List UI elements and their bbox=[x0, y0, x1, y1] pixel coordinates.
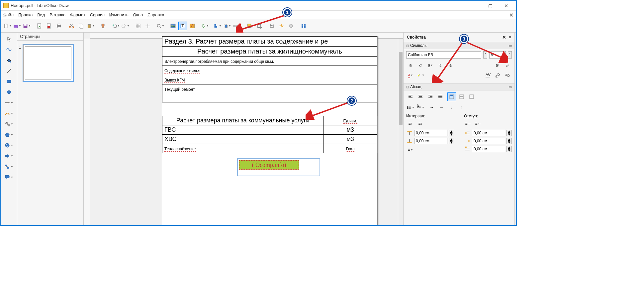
menu-format[interactable]: Формат bbox=[70, 12, 85, 17]
ltr-button[interactable]: → bbox=[427, 103, 436, 112]
spacing-above-spin[interactable]: ▲▼ bbox=[449, 130, 454, 136]
fill-color-tool[interactable] bbox=[4, 56, 14, 65]
line-tool[interactable] bbox=[4, 67, 14, 75]
insert-textbox-button[interactable]: T bbox=[178, 22, 187, 30]
arrow-tool[interactable]: ▼ bbox=[4, 98, 14, 107]
line-color-tool[interactable] bbox=[4, 45, 14, 54]
indent-first-input[interactable] bbox=[472, 146, 505, 152]
helplines-button[interactable] bbox=[143, 22, 152, 30]
rectangle-tool[interactable] bbox=[4, 77, 14, 86]
canvas-area[interactable]: Раздел 3. Расчет размера платы за содерж… bbox=[84, 33, 403, 225]
3d-button[interactable] bbox=[299, 22, 308, 30]
valign-bottom-button[interactable] bbox=[467, 92, 476, 101]
indent-right-input[interactable] bbox=[472, 138, 505, 144]
clone-format-button[interactable] bbox=[99, 22, 108, 30]
menu-file[interactable]: Файл bbox=[3, 12, 14, 17]
align-left-button[interactable]: ▼ bbox=[213, 22, 222, 30]
select-tool[interactable] bbox=[4, 35, 14, 43]
dec-spacing-icon[interactable]: ≡↓ bbox=[416, 120, 425, 128]
section-collapse-icon[interactable]: ▭ bbox=[508, 44, 512, 48]
indent-left-spin[interactable]: ▲▼ bbox=[506, 130, 512, 136]
bold-button[interactable]: a bbox=[406, 61, 415, 69]
menu-help[interactable]: Справка bbox=[147, 12, 164, 17]
inserted-textbox[interactable]: ( Ocomp.info) bbox=[237, 158, 320, 176]
textbox-content[interactable]: ( Ocomp.info) bbox=[239, 160, 299, 170]
dec-indent-icon[interactable]: ≡← bbox=[474, 120, 483, 128]
close-button[interactable]: ✕ bbox=[499, 2, 513, 10]
indent-first-spin[interactable]: ▲▼ bbox=[506, 146, 512, 152]
font-size-dropdown[interactable]: ˅ bbox=[508, 51, 512, 59]
ttb-button[interactable]: ↓ bbox=[447, 103, 456, 112]
font-color-button[interactable]: a▼ bbox=[406, 71, 415, 79]
copy-button[interactable] bbox=[77, 22, 85, 30]
bullets-button[interactable]: ▼ bbox=[406, 103, 415, 112]
extrusion-button[interactable] bbox=[287, 22, 295, 30]
align-center-para[interactable] bbox=[416, 92, 425, 101]
fontwork-button[interactable]: A bbox=[188, 22, 197, 30]
arrange-button[interactable]: ▼ bbox=[223, 22, 231, 30]
properties-tab-icon[interactable] bbox=[515, 34, 516, 43]
save-button[interactable]: ▼ bbox=[23, 22, 31, 30]
rtl-button[interactable]: ← bbox=[437, 103, 446, 112]
zoom-button[interactable]: ▼ bbox=[156, 22, 165, 30]
print-button[interactable] bbox=[54, 22, 63, 30]
svg-point-54 bbox=[6, 144, 7, 145]
panel-close-icon[interactable]: ✕ bbox=[502, 35, 506, 40]
connector-tool[interactable]: ▼ bbox=[4, 120, 14, 128]
maximize-button[interactable]: ▢ bbox=[483, 2, 498, 10]
indent-right-spin[interactable]: ▲▼ bbox=[506, 138, 512, 144]
panel-menu-icon[interactable]: ≡ bbox=[509, 35, 511, 40]
minimize-button[interactable]: — bbox=[467, 2, 482, 10]
spacing-below-input[interactable] bbox=[414, 138, 447, 144]
styles-tab-icon[interactable]: T bbox=[515, 44, 516, 53]
open-button[interactable]: ▼ bbox=[13, 22, 22, 30]
export-button[interactable] bbox=[35, 22, 44, 30]
menu-view[interactable]: Вид bbox=[37, 12, 45, 17]
block-arrows-tool[interactable]: ▼ bbox=[4, 152, 14, 160]
align-left-para[interactable] bbox=[406, 92, 415, 101]
inc-indent-icon[interactable]: ≡→ bbox=[464, 120, 473, 128]
callouts-tool[interactable]: ▼ bbox=[4, 173, 14, 182]
grid-button[interactable] bbox=[134, 22, 142, 30]
align-justify-para[interactable] bbox=[436, 92, 445, 101]
highlight-button[interactable]: ▼ bbox=[416, 71, 425, 79]
menu-insert[interactable]: Вставка bbox=[49, 12, 65, 17]
flowchart-tool[interactable]: ▼ bbox=[4, 162, 14, 171]
menu-edit[interactable]: Правка bbox=[18, 12, 33, 17]
cut-button[interactable] bbox=[67, 22, 76, 30]
insert-image-button[interactable] bbox=[169, 22, 177, 30]
numbering-button[interactable]: 12▼ bbox=[416, 103, 425, 112]
menu-tools[interactable]: Сервис bbox=[90, 12, 105, 17]
line-spacing-button[interactable]: ≡▼ bbox=[406, 146, 415, 154]
undo-button[interactable]: ▼ bbox=[112, 22, 120, 30]
export-pdf-button[interactable] bbox=[45, 22, 53, 30]
align-right-para[interactable] bbox=[426, 92, 435, 101]
menu-modify[interactable]: Изменить bbox=[109, 12, 129, 17]
spacing-above-input[interactable] bbox=[414, 130, 447, 136]
inc-spacing-icon[interactable]: ≡↑ bbox=[406, 120, 415, 128]
symbol-shapes-tool[interactable]: ▼ bbox=[4, 141, 14, 150]
menu-window[interactable]: Окно bbox=[133, 12, 143, 17]
redo-button[interactable]: ▼ bbox=[121, 22, 130, 30]
curve-tool[interactable]: ▼ bbox=[4, 109, 14, 118]
valign-middle-button[interactable] bbox=[457, 92, 466, 101]
italic-button[interactable]: a bbox=[416, 61, 425, 69]
paste-button[interactable]: ▼ bbox=[86, 22, 95, 30]
basic-shapes-tool[interactable]: ▼ bbox=[4, 130, 14, 139]
ellipse-tool[interactable] bbox=[4, 88, 14, 96]
image-tab-icon[interactable] bbox=[515, 64, 516, 72]
document-page[interactable]: Раздел 3. Расчет размера платы за содерж… bbox=[162, 36, 378, 225]
doc-close-button[interactable]: ✕ bbox=[509, 12, 513, 18]
spacing-below-spin[interactable]: ▲▼ bbox=[449, 138, 454, 144]
btt-button[interactable]: ↑ bbox=[457, 103, 466, 112]
indent-left-input[interactable] bbox=[472, 130, 505, 136]
undo2-button[interactable]: ▼ bbox=[201, 22, 209, 30]
vertical-scrollbar[interactable] bbox=[398, 39, 403, 225]
section-collapse-icon-2[interactable]: ▭ bbox=[508, 85, 512, 89]
valign-top-button[interactable] bbox=[447, 92, 456, 101]
page-thumbnail[interactable]: 1 bbox=[23, 45, 73, 81]
svg-rect-42 bbox=[302, 24, 303, 26]
navigator-tab-icon[interactable] bbox=[515, 74, 516, 82]
new-button[interactable]: ▼ bbox=[3, 22, 12, 30]
gallery-tab-icon[interactable] bbox=[515, 54, 516, 63]
